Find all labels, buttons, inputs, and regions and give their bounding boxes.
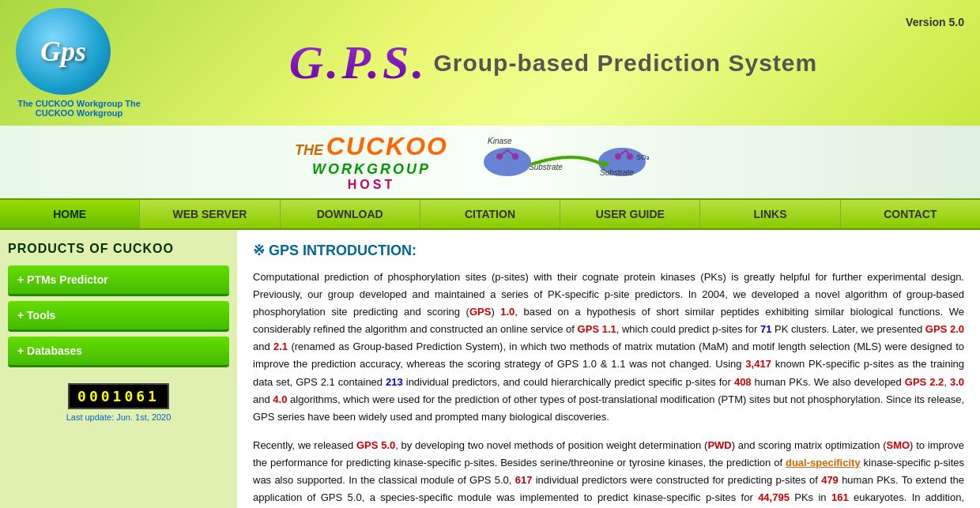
bio-diagram: Kinase Substrate SO₃ Substrate [464, 134, 685, 190]
page-header: Gps The CUCKOO Workgroup The CUCKOO Work… [0, 0, 980, 126]
gps-logo-text: Gps [40, 35, 86, 68]
pks-44795: 44,795 [758, 491, 790, 503]
svg-text:SO₃: SO₃ [636, 153, 650, 161]
content-body: Computational prediction of phosphorylat… [253, 269, 964, 508]
gps-22-link[interactable]: GPS 2.2 [905, 376, 944, 388]
content-title: ※ GPS INTRODUCTION: [253, 242, 964, 259]
nav-links[interactable]: LINKS [700, 200, 840, 228]
nav-userguide[interactable]: USER GUIDE [560, 200, 700, 228]
cuckoo-workgroup-link[interactable]: The CUCKOO Workgroup The CUCKOO Workgrou… [16, 99, 142, 118]
gps-11-link[interactable]: GPS 1.1 [578, 323, 616, 335]
nav-download[interactable]: DOWNLOAD [281, 200, 420, 228]
pwd-abbr: PWD [707, 439, 731, 451]
nav-webserver[interactable]: WEB SERVER [140, 200, 280, 228]
gps-link[interactable]: GPS [469, 306, 491, 318]
gps-logo: Gps [16, 8, 111, 95]
host-text: HOST [348, 178, 395, 191]
sidebar: PRODUCTS OF CUCKOO + PTMs Predictor + To… [0, 230, 237, 508]
intro-paragraph-1: Computational prediction of phosphorylat… [253, 269, 964, 426]
main-content: PRODUCTS OF CUCKOO + PTMs Predictor + To… [0, 230, 980, 508]
logo-area: Gps The CUCKOO Workgroup The CUCKOO Work… [16, 8, 142, 118]
cuckoo-banner: THE CUCKOO WORKGROUP HOST Kinase Substra… [0, 126, 980, 198]
gps-50-link[interactable]: GPS 5.0 [356, 439, 395, 451]
sidebar-title: PRODUCTS OF CUCKOO [8, 242, 229, 256]
pk-sites-3417: 3,417 [745, 358, 771, 370]
ptms-predictor-button[interactable]: + PTMs Predictor [8, 265, 229, 296]
counter-display: 0001061 [68, 383, 169, 409]
gps-40: 4.0 [273, 393, 287, 405]
content-area: ※ GPS INTRODUCTION: Computational predic… [237, 230, 980, 508]
gps-30: 3.0 [950, 376, 964, 388]
pk-clusters-71: 71 [760, 323, 771, 335]
version-label: Version 5.0 [906, 16, 964, 28]
update-text: Last update: Jun. 1st, 2020 [8, 412, 229, 422]
intro-paragraph-2: Recently, we released GPS 5.0, by develo… [253, 437, 964, 508]
dual-specificity-link[interactable]: dual-specificity [786, 457, 861, 468]
workgroup-text: WORKGROUP [312, 161, 431, 177]
predictors-617: 617 [515, 474, 533, 486]
smo-abbr: SMO [886, 439, 910, 451]
cuckoo-wg-text: CUCKOO [326, 132, 448, 160]
predictors-213: 213 [386, 376, 403, 388]
nav-home[interactable]: HOME [0, 200, 140, 228]
human-pks-408: 408 [734, 376, 752, 388]
gps-full-title: Group-based Prediction System [433, 50, 817, 77]
main-nav: HOME WEB SERVER DOWNLOAD CITATION USER G… [0, 198, 980, 230]
svg-text:Substrate: Substrate [600, 168, 634, 177]
tools-button[interactable]: + Tools [8, 301, 229, 332]
svg-text:Kinase: Kinase [488, 137, 512, 145]
gps-21: 2.1 [273, 341, 288, 352]
databases-button[interactable]: + Databases [8, 337, 229, 367]
nav-contact[interactable]: CONTACT [841, 200, 980, 228]
visit-counter: 0001061 Last update: Jun. 1st, 2020 [8, 383, 229, 422]
svg-point-2 [484, 148, 531, 176]
human-pks-479: 479 [821, 474, 839, 486]
eukaryotes-161: 161 [831, 491, 849, 503]
gps-acronym-title: G.P.S. [289, 36, 428, 90]
nav-citation[interactable]: CITATION [420, 200, 560, 228]
gps-20-link[interactable]: GPS 2.0 [925, 323, 964, 335]
cuckoo-workgroup-title: THE CUCKOO WORKGROUP HOST [295, 132, 448, 192]
the-text: THE [295, 142, 323, 158]
site-title-area: G.P.S. Group-based Prediction System [142, 36, 964, 90]
version-10: 1.0 [500, 306, 514, 318]
